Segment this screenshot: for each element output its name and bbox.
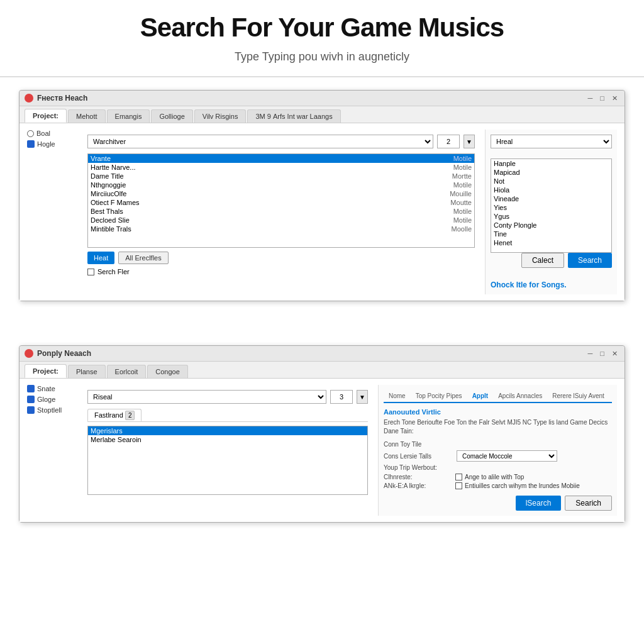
win2-inner-tabs: Fastlrand 2 [87,409,368,422]
sidebar-snate[interactable]: Snate [27,385,77,392]
detail-section: Aanouuted Virtlic Erech Tone Berioufte F… [384,408,612,511]
tab2-planse[interactable]: Planse [68,365,106,378]
list-item[interactable]: Henet [491,238,611,247]
tab2-congoe[interactable]: Congoe [147,365,188,378]
list-item[interactable]: Vrante Motile [88,154,474,163]
tab-vilv[interactable]: Vilv Risgins [194,109,247,123]
list-item[interactable]: Dame Title Mortte [88,172,474,180]
list-item[interactable]: Vineade [491,194,611,203]
list-item[interactable]: Decloed Slie Motile [88,216,474,225]
item-label: Mintible Trals [91,225,449,233]
check-hogle[interactable]: Hogle [27,140,77,148]
check1-label: Clhnreste: [384,474,453,480]
check-hogle-label: Hogle [37,140,55,148]
window2-layout: Snate Gloge Stoptlell Riseal [27,385,617,516]
list-item[interactable]: Nthgnoggie Motile [88,180,474,189]
close-button[interactable]: ✕ [610,94,619,103]
item-type: Moolle [452,225,472,233]
maximize-button[interactable]: □ [598,94,606,103]
tab-mehott[interactable]: Mehott [68,109,106,123]
window1-sidebar: Boal Hogle [27,130,77,294]
riseal-dropdown[interactable]: Riseal [87,390,326,404]
hreal-dropdown[interactable]: Hreal [491,135,612,148]
right-list[interactable]: Hanple Mapicad Not Hiola Vineade Yies Yg… [491,158,612,253]
fastlrand-tab[interactable]: Fastlrand 2 [87,409,142,421]
check1-box[interactable] [455,474,462,480]
radio-boal[interactable]: Boal [27,130,77,137]
list-item[interactable]: Yies [491,203,611,212]
list-item[interactable]: Mgerislars [88,426,367,435]
close-button[interactable]: ✕ [610,350,619,358]
list-item[interactable]: Conty Plongle [491,221,611,230]
list-item[interactable]: Mapicad [491,168,611,177]
tab-3m[interactable]: 3М 9 Arfs Int war Laangs [247,109,340,123]
tab2-eorlcoit[interactable]: Eorlcoit [107,365,147,378]
sidebar-stoptlell[interactable]: Stoptlell [27,406,77,414]
tab-emangis[interactable]: Emangis [107,109,150,123]
list-item[interactable]: Not [491,177,611,186]
minimize-button[interactable]: ─ [586,350,595,358]
tab-gollioge[interactable]: Gollioge [151,109,192,123]
item-type: Mortte [452,172,472,180]
all-button[interactable]: All Ereclfles [118,252,168,264]
gloge-label: Gloge [37,396,55,403]
detail-desc: Erech Tone Berioufte Foe Ton the Falr Se… [384,418,612,436]
win2-top-controls: Riseal ▼ [87,390,368,404]
warchitver-dropdown[interactable]: Warchitver [87,135,433,148]
songs-link[interactable]: Ohock Itle for Songs. [491,280,612,289]
list-item[interactable]: Otiect F Mames Moutte [88,198,474,207]
radio-boal-label: Boal [36,130,50,137]
item-label: MirciiucOlfe [91,190,447,197]
item-type: Motile [453,181,472,189]
check-row-2: ANk-E:A lkrgle: Entiuilles carch wihym t… [384,482,612,489]
sidebar-gloge[interactable]: Gloge [27,396,77,403]
cons-lersie-dropdown[interactable]: Comacle Moccole [457,450,557,462]
check2-label: ANk-E:A lkrgle: [384,482,453,489]
snate-icon [27,385,35,392]
left-list[interactable]: Vrante Motile Hartte Narve... Motile Dam… [87,153,475,248]
item-label: Decloed Slie [91,216,451,224]
isearch-button[interactable]: lSearch [516,496,562,511]
detail-row-1: Conn Toy Tile [384,441,612,448]
right-tab-nome[interactable]: Nome [384,390,411,403]
win2-dropdown-arrow[interactable]: ▼ [357,390,368,404]
cancel-button[interactable]: Calect [521,253,564,268]
list-item[interactable]: Hanple [491,159,611,168]
filter-label: Serch Fler [97,268,130,275]
win2-list[interactable]: Mgerislars Merlabe Searoin [87,426,368,495]
list-item[interactable]: Merlabe Searoin [88,435,367,444]
minimize-button[interactable]: ─ [586,94,595,103]
detail-row-3: Youp Trip Werbout: [384,464,612,471]
list-item[interactable]: MirciiucOlfe Mouille [88,189,474,198]
list-item[interactable]: Best Thals Motile [88,207,474,216]
stoptlell-label: Stoptlell [37,406,62,414]
win2-num-input[interactable] [330,390,353,404]
filter-row: Serch Fler [87,268,475,275]
tab-project[interactable]: Project: [25,109,67,123]
item-label: Vrante [91,155,451,162]
tab2-project[interactable]: Project: [25,364,67,378]
list-item[interactable]: Hiola [491,186,611,194]
window2-content: Riseal ▼ Fastlrand 2 Mgeri [82,385,373,516]
right-tab-rerere[interactable]: Rerere lSuiy Avent [547,390,609,403]
dropdown-arrow-button[interactable]: ▼ [464,135,475,148]
filter-checkbox[interactable] [87,269,94,275]
right-tab-apcils[interactable]: Apcils Annacles [493,390,547,403]
item-label: Best Thals [91,208,451,215]
list-item[interactable]: Tine [491,230,611,238]
radio-circle [27,130,34,137]
list-item[interactable]: Mintible Trals Moolle [88,225,474,233]
right-tab-pocity[interactable]: Top Pocity Pipes [411,390,467,403]
window1-wrapper: Fнеств Hеаch ─ □ ✕ Project: Mehott Emang… [0,77,644,333]
search-button[interactable]: Search [568,253,612,268]
maximize-button[interactable]: □ [598,350,606,358]
list-item[interactable]: Ygus [491,212,611,221]
detail-title: Aanouuted Virtlic [384,408,612,416]
check2-box[interactable] [455,482,462,489]
num-input[interactable] [437,135,460,148]
search2-button[interactable]: Searich [565,496,612,511]
heat-button[interactable]: Heat [87,252,114,264]
right-tab-applt[interactable]: Applt [467,390,494,403]
window2-icon [25,349,33,358]
list-item[interactable]: Hartte Narve... Motile [88,163,474,172]
